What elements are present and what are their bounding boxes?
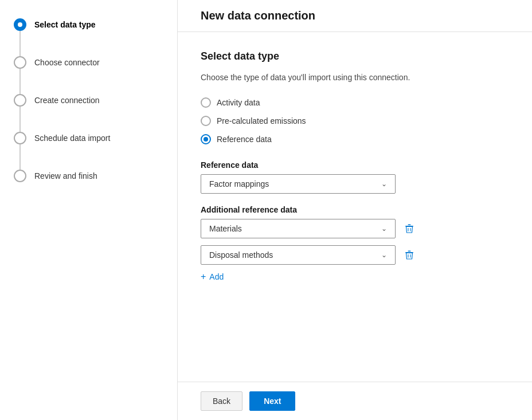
reference-data-dropdown[interactable]: Factor mappings ⌄: [201, 174, 396, 194]
sidebar: Select data typeChoose connectorCreate c…: [0, 0, 178, 420]
back-button[interactable]: Back: [201, 391, 242, 411]
step-label-create-connection: Create connection: [34, 94, 100, 107]
step-label-select-data-type: Select data type: [34, 18, 96, 31]
radio-pre-calculated-circle: [201, 116, 211, 126]
step-line-0: [19, 31, 21, 56]
trash-icon-2: [404, 250, 414, 260]
step-circle-review-and-finish: [14, 170, 26, 182]
main-header: New data connection: [178, 0, 532, 32]
step-line-1: [19, 69, 21, 94]
svg-rect-5: [408, 251, 411, 252]
step-line-3: [19, 144, 21, 170]
materials-dropdown[interactable]: Materials ⌄: [201, 219, 396, 238]
reference-data-section: Reference data Factor mappings ⌄: [201, 160, 509, 194]
radio-pre-calculated[interactable]: Pre-calculated emissions: [201, 116, 509, 126]
disposal-methods-dropdown[interactable]: Disposal methods ⌄: [201, 245, 396, 265]
sidebar-item-create-connection[interactable]: Create connection: [14, 94, 163, 107]
radio-reference-data[interactable]: Reference data: [201, 134, 509, 144]
materials-row: Materials ⌄: [201, 219, 509, 238]
sidebar-item-select-data-type[interactable]: Select data type: [14, 18, 163, 31]
trash-icon-1: [404, 223, 414, 234]
step-label-review-and-finish: Review and finish: [34, 170, 97, 182]
radio-activity-data-circle: [201, 97, 211, 108]
reference-data-dropdown-value: Factor mappings: [209, 179, 269, 189]
disposal-methods-value: Disposal methods: [209, 250, 273, 260]
additional-ref-label: Additional reference data: [201, 205, 509, 214]
page-title: New data connection: [201, 9, 509, 22]
plus-icon: +: [201, 272, 206, 282]
svg-rect-1: [408, 225, 411, 226]
section-title: Select data type: [201, 50, 509, 62]
main-body: Select data type Choose the type of data…: [178, 32, 532, 382]
next-button[interactable]: Next: [249, 391, 295, 411]
radio-activity-data[interactable]: Activity data: [201, 97, 509, 108]
radio-group: Activity data Pre-calculated emissions R…: [201, 97, 509, 144]
sidebar-item-choose-connector[interactable]: Choose connector: [14, 56, 163, 69]
step-label-schedule-data-import: Schedule data import: [34, 132, 110, 144]
add-label: Add: [209, 272, 224, 281]
step-label-choose-connector: Choose connector: [34, 56, 100, 69]
disposal-methods-row: Disposal methods ⌄: [201, 245, 509, 265]
description: Choose the type of data you'll import us…: [201, 72, 441, 84]
chevron-down-icon-2: ⌄: [381, 225, 387, 233]
additional-reference-section: Additional reference data Materials ⌄: [201, 205, 509, 282]
step-circle-choose-connector: [14, 56, 26, 69]
main-footer: Back Next: [178, 382, 532, 420]
delete-materials-button[interactable]: [400, 219, 418, 238]
radio-pre-calculated-label: Pre-calculated emissions: [217, 116, 306, 125]
chevron-down-icon: ⌄: [381, 180, 387, 188]
materials-value: Materials: [209, 224, 242, 233]
add-button[interactable]: + Add: [201, 272, 509, 282]
reference-data-label: Reference data: [201, 160, 509, 170]
radio-reference-data-circle: [201, 134, 211, 144]
step-circle-select-data-type: [14, 18, 26, 31]
radio-activity-data-label: Activity data: [217, 98, 260, 107]
step-circle-schedule-data-import: [14, 132, 26, 144]
radio-reference-data-label: Reference data: [217, 135, 272, 144]
sidebar-item-review-and-finish[interactable]: Review and finish: [14, 170, 163, 182]
step-circle-create-connection: [14, 94, 26, 107]
main-content: New data connection Select data type Cho…: [178, 0, 532, 420]
step-line-2: [19, 107, 21, 132]
sidebar-item-schedule-data-import[interactable]: Schedule data import: [14, 132, 163, 144]
delete-disposal-button[interactable]: [400, 246, 418, 264]
chevron-down-icon-3: ⌄: [381, 251, 387, 259]
